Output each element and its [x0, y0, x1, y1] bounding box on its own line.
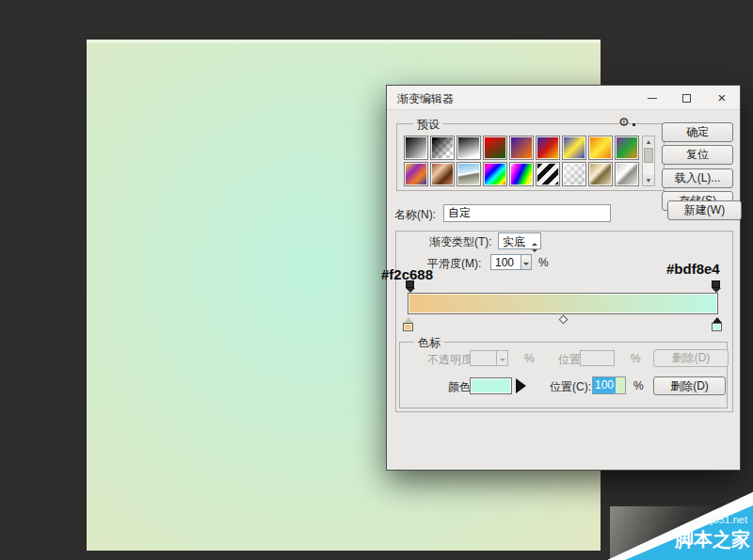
preset-grid [404, 136, 639, 186]
ok-button[interactable]: 确定 [662, 122, 733, 142]
opacity-input [470, 350, 497, 366]
presets-scrollbar[interactable]: ▲ ▼ [642, 136, 655, 186]
opacity-label: 不透明度: [427, 352, 475, 368]
delete-button[interactable]: 删除(D) [653, 376, 726, 395]
preset-swatch-copper[interactable] [430, 162, 455, 186]
smoothness-label: 平滑度(M): [427, 256, 481, 272]
smoothness-percent: % [538, 256, 549, 269]
new-button[interactable]: 新建(W) [667, 200, 742, 220]
right-hex-annotation: #bdf8e4 [666, 261, 720, 277]
preset-swatch-yellow-violet-orange-blue[interactable] [404, 162, 428, 186]
minimize-button[interactable] [636, 86, 668, 110]
opacity-stop-right-cap [712, 280, 720, 288]
preset-swatch-chrome[interactable] [457, 162, 481, 186]
preset-swatch-fg-to-bg[interactable] [404, 136, 428, 160]
name-input[interactable] [443, 204, 611, 222]
gradient-type-label: 渐变类型(T): [429, 234, 492, 250]
gear-menu-dot-icon [633, 123, 635, 126]
scrollbar-thumb[interactable] [644, 148, 653, 163]
color-stop-right-body [712, 323, 722, 331]
preset-swatch-blue-yellow-blue[interactable] [562, 136, 586, 160]
color-flyout-arrow-icon[interactable] [516, 378, 526, 393]
scroll-down-icon[interactable]: ▼ [643, 175, 654, 185]
scroll-up-icon[interactable]: ▲ [643, 136, 654, 147]
gradient-preview-bar[interactable] [408, 293, 718, 314]
opacity-stop-left[interactable] [405, 280, 415, 293]
minimize-icon [648, 98, 657, 99]
preset-swatch-violet-green-orange[interactable] [615, 136, 639, 160]
watermark-brand-text: 脚本之家 [675, 527, 750, 552]
opacity-stop-left-cap [406, 280, 414, 288]
smoothness-dropdown-icon[interactable] [521, 254, 532, 270]
position-selected-text: 100 [593, 377, 616, 393]
preset-swatch-spectrum[interactable] [483, 162, 507, 186]
preset-swatch-violet-orange[interactable] [509, 136, 534, 160]
color-stop-left[interactable] [403, 317, 414, 331]
preset-swatch-transparent-rainbow[interactable] [509, 162, 534, 186]
opacity-percent: % [524, 352, 535, 365]
gradient-type-value: 实底 [503, 235, 525, 248]
color-stop-left-body [403, 323, 413, 331]
presets-label: 预设 [413, 117, 443, 133]
color-stop-right[interactable] [712, 317, 723, 331]
gradient-type-select[interactable]: 实底 [498, 232, 541, 249]
watermark: jb51.net 脚本之家 [591, 482, 753, 560]
preset-swatch-blue-red-yellow[interactable] [536, 136, 560, 160]
maximize-button[interactable] [670, 86, 702, 110]
smoothness-input[interactable]: 100 [490, 254, 521, 270]
preset-swatch-orange-yellow-orange[interactable] [588, 136, 613, 160]
stops-label: 色标 [414, 335, 444, 351]
dialog-titlebar[interactable]: 渐变编辑器 × [387, 86, 740, 110]
maximize-icon [682, 94, 691, 103]
position-percent: % [633, 379, 644, 392]
preset-swatch-black-white[interactable] [457, 136, 481, 160]
preset-swatch-fg-to-transparent[interactable] [430, 136, 455, 160]
spinner-down-icon [532, 242, 537, 255]
preset-swatch-gold[interactable] [588, 162, 613, 186]
reset-button[interactable]: 复位 [662, 145, 733, 165]
gear-icon[interactable]: ⚙ [618, 115, 630, 129]
preset-swatch-transparent-stripes[interactable] [536, 162, 560, 186]
position-percent-disabled: % [631, 352, 641, 365]
stop-color-swatch[interactable] [470, 377, 512, 394]
load-button[interactable]: 载入(L)... [662, 168, 733, 188]
position-input-disabled [580, 350, 615, 366]
position-input[interactable]: 100 [592, 376, 626, 394]
position-label: 位置(C): [550, 379, 591, 395]
close-button[interactable]: × [706, 86, 738, 110]
preset-swatch-silver[interactable] [615, 162, 639, 186]
opacity-stop-right[interactable] [711, 280, 721, 293]
name-label: 名称(N): [394, 207, 436, 223]
opacity-dropdown-icon [496, 350, 508, 366]
delete-button-disabled: 删除(D) [653, 349, 729, 367]
watermark-site-text: jb51.net [711, 514, 747, 525]
gradient-editor-dialog: 渐变编辑器 × 预设 ⚙ ▲ ▼ 确定 复位 载入(L)... 存储(S) 新建… [386, 85, 741, 471]
photoshop-workspace: { "window": { "title": "渐变编辑器", "close_g… [0, 0, 753, 560]
preset-swatch-red-green[interactable] [483, 136, 507, 160]
dialog-title: 渐变编辑器 [397, 91, 454, 107]
preset-swatch-transparent[interactable] [562, 162, 586, 186]
